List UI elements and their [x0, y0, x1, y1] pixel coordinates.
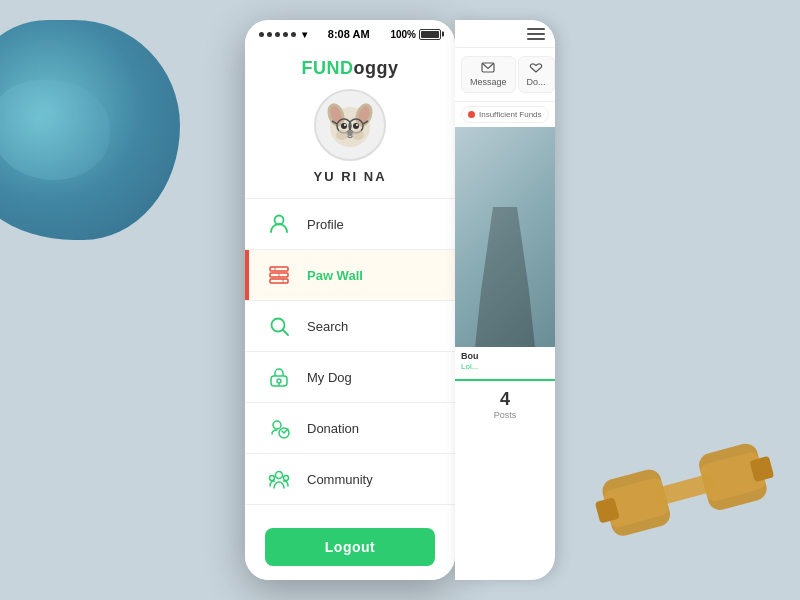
- user-avatar[interactable]: [314, 89, 386, 161]
- svg-point-40: [284, 476, 289, 481]
- menu-item-community[interactable]: Community: [245, 454, 455, 505]
- search-icon: [265, 312, 293, 340]
- background-dumbbell: [578, 426, 800, 594]
- signal-dot-1: [259, 32, 264, 37]
- svg-rect-25: [270, 267, 288, 271]
- signal-dot-3: [275, 32, 280, 37]
- svg-rect-28: [274, 267, 276, 271]
- message-button[interactable]: Message: [461, 56, 516, 93]
- title-fund: FUND: [302, 58, 354, 78]
- menu-list: Profile Paw Wall: [245, 198, 455, 518]
- svg-point-39: [270, 476, 275, 481]
- donation-icon: [265, 414, 293, 442]
- my-dog-label: My Dog: [307, 370, 352, 385]
- paw-wall-icon: [265, 261, 293, 289]
- paw-wall-label: Paw Wall: [307, 268, 363, 283]
- svg-point-18: [353, 123, 359, 129]
- background-blob-left: [0, 20, 180, 240]
- hamburger-menu[interactable]: [527, 28, 545, 40]
- donate-label: Do...: [527, 77, 546, 87]
- donate-button[interactable]: Do...: [518, 56, 555, 93]
- battery-icon: [419, 29, 441, 40]
- menu-item-paw-wall[interactable]: Paw Wall: [245, 250, 455, 301]
- dog-silhouette: [475, 207, 535, 347]
- action-buttons: Message Do...: [455, 48, 555, 102]
- post-title: Bou: [455, 347, 555, 362]
- my-dog-icon: [265, 363, 293, 391]
- posts-label: Posts: [463, 410, 547, 420]
- community-icon: [265, 465, 293, 493]
- insufficient-funds-badge: Insufficient Funds: [461, 106, 549, 123]
- svg-rect-29: [278, 273, 280, 277]
- profile-label: Profile: [307, 217, 344, 232]
- menu-item-my-dog[interactable]: My Dog: [245, 352, 455, 403]
- svg-point-34: [277, 379, 281, 383]
- title-oggy: oggy: [354, 58, 399, 78]
- message-label: Message: [470, 77, 507, 87]
- svg-point-20: [356, 124, 358, 126]
- signal-dots: ▾: [259, 29, 307, 40]
- svg-point-19: [344, 124, 346, 126]
- wifi-icon: ▾: [302, 29, 307, 40]
- community-label: Community: [307, 472, 373, 487]
- ham-line-1: [527, 28, 545, 30]
- battery-indicator: 100%: [390, 29, 441, 40]
- battery-fill: [421, 31, 439, 38]
- menu-item-profile[interactable]: Profile: [245, 199, 455, 250]
- battery-percent: 100%: [390, 29, 416, 40]
- phone-frame: ▾ 8:08 AM 100% FUNDoggy: [245, 20, 455, 580]
- signal-dot-5: [291, 32, 296, 37]
- svg-point-38: [276, 472, 283, 479]
- post-count: 4: [463, 389, 547, 410]
- menu-item-search[interactable]: Search: [245, 301, 455, 352]
- signal-dot-2: [267, 32, 272, 37]
- red-dot-icon: [468, 111, 475, 118]
- menu-item-donation[interactable]: Donation: [245, 403, 455, 454]
- svg-point-17: [341, 123, 347, 129]
- logout-button[interactable]: Logout: [265, 528, 435, 566]
- donate-icon: [529, 62, 543, 74]
- svg-point-23: [352, 130, 364, 140]
- navigation-drawer: FUNDoggy: [245, 48, 455, 580]
- user-name: YU RI NA: [313, 169, 386, 184]
- search-label: Search: [307, 319, 348, 334]
- status-bar: ▾ 8:08 AM 100%: [245, 20, 455, 48]
- profile-icon: [265, 210, 293, 238]
- svg-line-32: [283, 330, 288, 335]
- avatar-image: [320, 95, 380, 155]
- svg-rect-27: [270, 279, 288, 283]
- app-title: FUNDoggy: [302, 58, 399, 79]
- content-image: [455, 127, 555, 347]
- clock: 8:08 AM: [328, 28, 370, 40]
- svg-point-36: [273, 421, 281, 429]
- message-icon: [481, 62, 495, 74]
- right-panel: Message Do... Insufficient Funds Bou Lol…: [455, 20, 555, 580]
- svg-point-22: [336, 130, 348, 140]
- signal-dot-4: [283, 32, 288, 37]
- insufficient-funds-text: Insufficient Funds: [479, 110, 542, 119]
- post-subtitle: Lol...: [455, 362, 555, 371]
- ham-line-3: [527, 38, 545, 40]
- svg-rect-30: [282, 279, 284, 283]
- donation-label: Donation: [307, 421, 359, 436]
- stats-section: 4 Posts: [455, 379, 555, 428]
- ham-line-2: [527, 33, 545, 35]
